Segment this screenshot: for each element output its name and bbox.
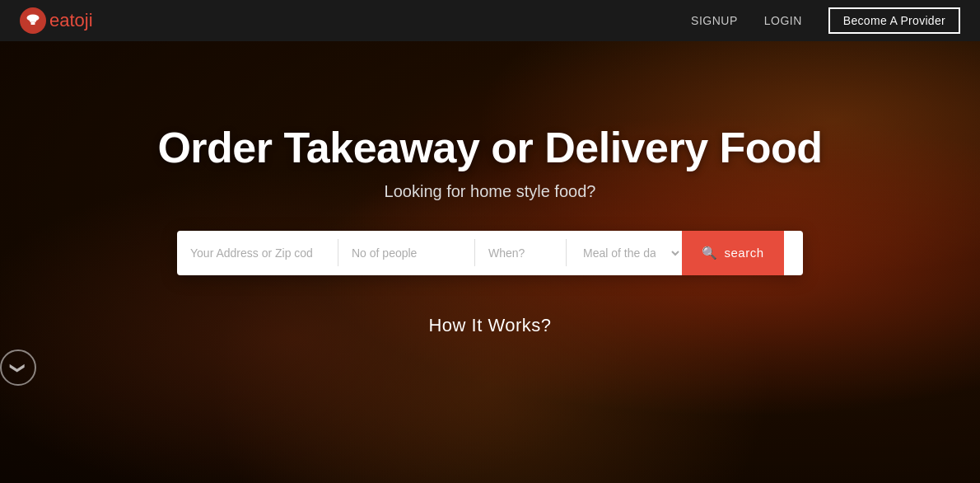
svg-rect-1 [30,21,36,22]
nav-links: SIGNUP LOGIN Become A Provider [691,7,960,34]
hero-title: Order Takeaway or Delivery Food [0,123,980,172]
become-provider-button[interactable]: Become A Provider [828,7,960,34]
search-icon: 🔍 [702,246,718,260]
hero-content: Order Takeaway or Delivery Food Looking … [0,98,980,386]
hero-subtitle: Looking for home style food? [0,182,980,201]
svg-rect-2 [31,22,35,25]
signup-link[interactable]: SIGNUP [691,14,738,27]
logo-atoji: atoji [59,10,92,30]
logo-text: eatoji [49,10,93,31]
how-it-works-label: How It Works? [0,315,980,336]
people-input[interactable] [338,231,474,275]
search-bar: Meal of the day Breakfast Lunch Dinner S… [177,231,803,275]
hero-section: Order Takeaway or Delivery Food Looking … [0,0,980,483]
logo-icon [20,7,46,34]
navbar: eatoji SIGNUP LOGIN Become A Provider [0,0,980,41]
address-input[interactable] [177,231,338,275]
search-label: search [725,246,764,260]
logo: eatoji [20,7,93,34]
svg-point-0 [27,15,40,21]
logo-e: e [49,10,59,30]
scroll-down-button[interactable]: ❯ [0,349,36,386]
chevron-down-icon: ❯ [9,361,27,373]
search-button[interactable]: 🔍 search [682,231,784,275]
when-input[interactable] [475,231,566,275]
login-link[interactable]: LOGIN [764,14,802,27]
meal-select[interactable]: Meal of the day Breakfast Lunch Dinner S… [567,231,682,275]
